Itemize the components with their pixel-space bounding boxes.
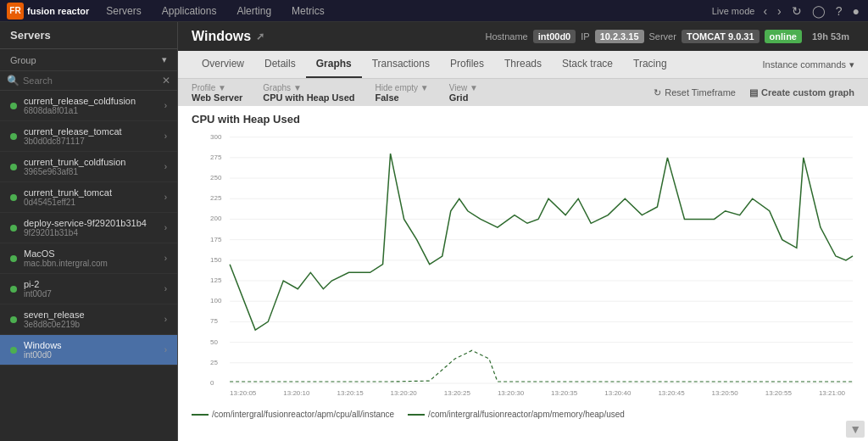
view-selector[interactable]: View ▼ Grid	[449, 82, 478, 103]
nav-applications[interactable]: Applications	[159, 5, 220, 17]
sidebar-item-current-release-tomcat[interactable]: current_release_tomcat 3b0d0dc871117 ›	[0, 121, 177, 152]
sidebar-item-seven-release[interactable]: seven_release 3e8d8c0e219b ›	[0, 304, 177, 335]
reset-icon: ↻	[654, 87, 661, 98]
sidebar-item-current-trunk-tomcat[interactable]: current_trunk_tomcat 0d45451eff21 ›	[0, 182, 177, 213]
tab-overview[interactable]: Overview	[192, 51, 254, 78]
item-sub: int00d7	[24, 289, 164, 299]
item-info: deploy-service-9f29201b31b4 9f29201b31b4	[24, 218, 164, 237]
svg-text:175: 175	[210, 236, 222, 243]
status-dot	[10, 164, 17, 170]
item-info: current_trunk_tomcat 0d45451eff21	[24, 187, 164, 207]
item-sub: 3e8d8c0e219b	[24, 320, 164, 329]
graphs-selector[interactable]: Graphs ▼ CPU with Heap Used	[263, 82, 354, 103]
sidebar-item-deploy-service[interactable]: deploy-service-9f29201b31b4 9f29201b31b4…	[0, 213, 177, 243]
tab-threads[interactable]: Threads	[494, 51, 552, 78]
search-icon: 🔍	[7, 75, 19, 87]
svg-text:13:20:35: 13:20:35	[551, 390, 578, 398]
legend-cpu-label: /com/intergral/fusionreactor/apm/cpu/all…	[212, 410, 394, 419]
sidebar-item-windows[interactable]: Windows int00d0 ›	[0, 335, 177, 366]
chevron-right-icon: ›	[164, 284, 167, 293]
item-name: pi-2	[24, 279, 164, 289]
download-chart-button[interactable]: ▼	[846, 421, 865, 438]
status-dot	[10, 133, 17, 140]
chevron-right-icon: ›	[164, 315, 167, 324]
tab-details[interactable]: Details	[254, 51, 306, 78]
sidebar-item-current-trunk-coldfusion[interactable]: current_trunk_coldfusion 3965e963af81 ›	[0, 152, 177, 182]
group-bar: Group ▾	[0, 49, 177, 71]
main-layout: Servers Group ▾ 🔍 ✕ current_release_cold…	[0, 22, 868, 441]
nav-servers[interactable]: Servers	[103, 5, 144, 17]
top-nav: FR fusion reactor Servers Applications A…	[0, 0, 868, 22]
content-area: Windows ➚ Hostname int00d0 IP 10.2.3.15 …	[178, 22, 868, 441]
chart-title: CPU with Heap Used	[192, 113, 854, 126]
sidebar-item-pi2[interactable]: pi-2 int00d7 ›	[0, 274, 177, 304]
status-dot	[10, 103, 17, 109]
graphs-label: Graphs ▼	[263, 83, 301, 92]
tab-profiles[interactable]: Profiles	[440, 51, 494, 78]
page-title-text: Windows	[192, 29, 251, 44]
nav-items: Servers Applications Alerting Metrics	[103, 5, 698, 17]
chevron-right-icon: ›	[164, 254, 167, 263]
profile-selector[interactable]: Profile ▼ Web Server	[192, 82, 242, 103]
create-custom-graph-button[interactable]: ▤ Create custom graph	[749, 87, 854, 98]
page-title: Windows ➚	[192, 29, 264, 44]
svg-text:13:21:00: 13:21:00	[819, 390, 846, 398]
svg-text:50: 50	[210, 338, 219, 346]
svg-text:125: 125	[210, 276, 222, 284]
svg-text:275: 275	[210, 154, 222, 161]
svg-text:13:20:10: 13:20:10	[283, 390, 310, 398]
legend-heap-label: /com/intergral/fusionreactor/apm/memory/…	[428, 410, 625, 419]
tab-tracing[interactable]: Tracing	[623, 51, 677, 78]
legend-solid-line	[192, 414, 209, 416]
item-name: current_release_coldfusion	[24, 96, 164, 106]
close-icon[interactable]: ✕	[162, 75, 170, 87]
hostname-badge: int00d0	[533, 30, 576, 43]
nav-alerting[interactable]: Alerting	[233, 5, 275, 17]
status-dot	[10, 225, 17, 232]
nav-metrics[interactable]: Metrics	[288, 5, 328, 17]
group-chevron-icon[interactable]: ▾	[162, 54, 167, 65]
help-icon[interactable]: ?	[834, 3, 844, 20]
search-input[interactable]	[23, 75, 159, 86]
svg-text:13:20:45: 13:20:45	[658, 390, 685, 398]
chart-icon: ▤	[749, 87, 758, 98]
reset-label: Reset Timeframe	[665, 87, 736, 98]
item-name: deploy-service-9f29201b31b4	[24, 218, 164, 228]
tabs: Overview Details Graphs Transactions Pro…	[192, 51, 677, 78]
user-icon[interactable]: ●	[851, 3, 861, 20]
clock-icon[interactable]: ◯	[810, 3, 827, 20]
logo: FR fusion reactor	[7, 3, 89, 20]
chart-container: CPU with Heap Used .grid-line { stroke: …	[178, 106, 868, 441]
prev-icon[interactable]: ‹	[761, 3, 769, 20]
next-icon[interactable]: ›	[776, 3, 783, 20]
tab-transactions[interactable]: Transactions	[362, 51, 440, 78]
item-info: Windows int00d0	[24, 340, 164, 360]
hide-empty-selector[interactable]: Hide empty ▼ False	[376, 82, 429, 103]
item-sub: 9f29201b31b4	[24, 228, 164, 237]
svg-text:13:20:40: 13:20:40	[604, 390, 632, 398]
uptime-badge: 19h 53m	[807, 30, 854, 43]
view-value: Grid	[449, 92, 478, 103]
item-sub: mac.bbn.intergral.com	[24, 259, 164, 268]
subbar-left: Profile ▼ Web Server Graphs ▼ CPU with H…	[192, 82, 478, 103]
legend-item-heap: /com/intergral/fusionreactor/apm/memory/…	[408, 410, 625, 419]
sidebar-item-macos[interactable]: MacOS mac.bbn.intergral.com ›	[0, 243, 177, 274]
sidebar-item-current-release-coldfusion[interactable]: current_release_coldfusion 6808da8f01a1 …	[0, 91, 177, 121]
item-sub: 3b0d0dc871117	[24, 137, 164, 146]
item-sub: int00d0	[24, 350, 164, 360]
tab-graphs[interactable]: Graphs	[306, 51, 362, 78]
refresh-icon[interactable]: ↻	[790, 3, 804, 20]
subbar: Profile ▼ Web Server Graphs ▼ CPU with H…	[178, 79, 868, 106]
search-bar: 🔍 ✕	[0, 71, 177, 91]
chart-wrap: .grid-line { stroke: #e0e0e0; stroke-wid…	[192, 129, 854, 408]
reset-timeframe-button[interactable]: ↻ Reset Timeframe	[654, 87, 736, 98]
tab-stacktrace[interactable]: Stack trace	[552, 51, 623, 78]
external-link-icon[interactable]: ➚	[256, 31, 264, 42]
chevron-right-icon: ›	[164, 193, 167, 202]
status-dot	[10, 194, 17, 201]
item-name: seven_release	[24, 310, 164, 320]
logo-icon: FR	[7, 3, 24, 20]
svg-text:25: 25	[210, 359, 219, 366]
chevron-right-icon: ›	[164, 223, 167, 232]
instance-commands[interactable]: Instance commands ▾	[763, 59, 854, 70]
